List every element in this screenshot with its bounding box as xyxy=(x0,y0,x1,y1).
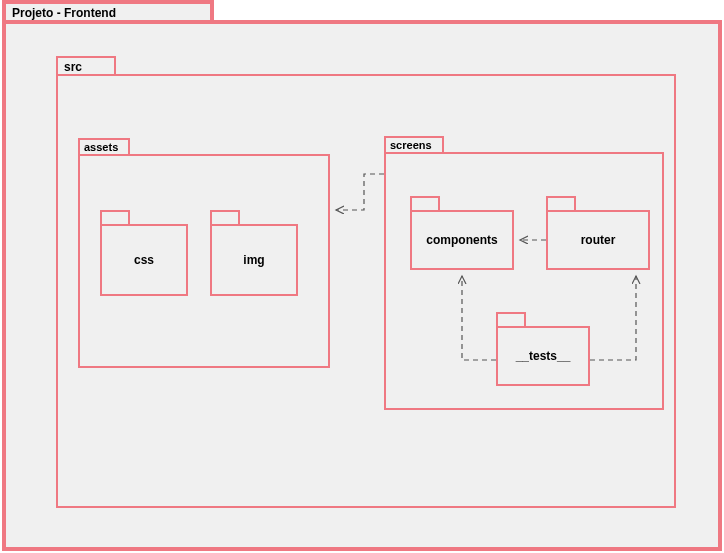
folder-label-img: img xyxy=(243,253,264,267)
folder-img: img xyxy=(210,210,298,296)
folder-label-router: router xyxy=(581,233,616,247)
folder-tab-img xyxy=(210,210,240,224)
package-title-projeto: Projeto - Frontend xyxy=(12,6,116,20)
folder-tab-css xyxy=(100,210,130,224)
folder-body-css: css xyxy=(100,224,188,296)
folder-body-img: img xyxy=(210,224,298,296)
folder-label-components: components xyxy=(426,233,497,247)
folder-router: router xyxy=(546,196,650,270)
folder-body-components: components xyxy=(410,210,514,270)
folder-tests: __tests__ xyxy=(496,312,590,386)
folder-css: css xyxy=(100,210,188,296)
folder-tab-router xyxy=(546,196,576,210)
folder-components: components xyxy=(410,196,514,270)
package-label-src: src xyxy=(64,60,82,74)
folder-label-tests: __tests__ xyxy=(516,349,571,363)
folder-label-css: css xyxy=(134,253,154,267)
folder-body-tests: __tests__ xyxy=(496,326,590,386)
folder-body-router: router xyxy=(546,210,650,270)
package-label-assets: assets xyxy=(84,141,118,153)
folder-tab-components xyxy=(410,196,440,210)
package-label-screens: screens xyxy=(390,139,432,151)
folder-tab-tests xyxy=(496,312,526,326)
package-tab-src: src xyxy=(56,56,116,76)
